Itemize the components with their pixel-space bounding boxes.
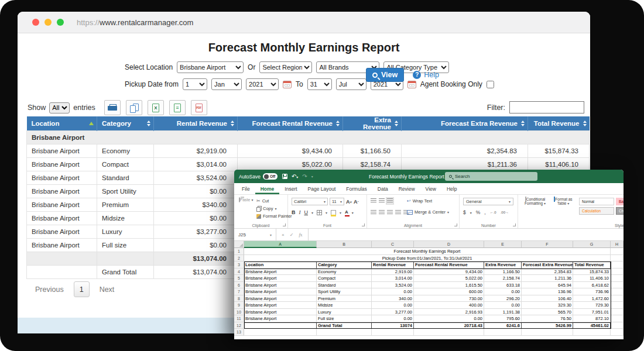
comma-format-icon[interactable]: ,	[484, 209, 485, 215]
sheet-cell[interactable]: 340.00	[372, 295, 414, 302]
sheet-cell[interactable]: Luxury	[317, 309, 372, 316]
align-top-icon[interactable]	[371, 198, 376, 204]
url-bar[interactable]: https://www.rentalcarmanager.com	[77, 18, 193, 27]
cell-style-bad[interactable]: Bad	[616, 198, 624, 205]
sheet-cell[interactable]: 1,472.60	[573, 295, 611, 302]
column-header-F[interactable]: F	[522, 241, 573, 248]
sheet-cell[interactable]: 6241.6	[484, 322, 522, 329]
column-header-B[interactable]: B	[317, 241, 372, 248]
excel-tab-view[interactable]: View	[420, 183, 441, 194]
sheet-cell[interactable]: Brisbane Airport	[244, 288, 317, 295]
increase-decimal-icon[interactable]: ←.0	[490, 211, 496, 214]
excel-tab-review[interactable]: Review	[393, 183, 420, 194]
row-number[interactable]: 4	[234, 269, 244, 276]
sheet-cell[interactable]: 9,434.00	[414, 269, 484, 276]
sheet-cell[interactable]	[611, 288, 624, 295]
cancel-icon[interactable]: ×	[282, 232, 285, 238]
sheet-cell[interactable]	[611, 329, 624, 336]
sheet-cell[interactable]	[244, 329, 317, 336]
enter-icon[interactable]: ✓	[290, 232, 294, 238]
next-button[interactable]: Next	[100, 285, 115, 294]
sheet-cell[interactable]: 20718.43	[414, 322, 484, 329]
decrease-indent-icon[interactable]	[395, 210, 401, 215]
sheet-cell[interactable]: 565.70	[522, 309, 573, 316]
column-header-category[interactable]: Category	[97, 116, 154, 131]
row-number[interactable]: 1	[234, 248, 244, 255]
sheet-cell[interactable]: Compact	[317, 275, 372, 282]
sheet-cell[interactable]	[573, 329, 611, 336]
sheet-cell[interactable]	[611, 309, 624, 316]
sheet-cell[interactable]: Economy	[317, 269, 372, 276]
row-number[interactable]: 5	[234, 275, 244, 282]
sheet-cell[interactable]: 1,211.36	[522, 275, 573, 282]
currency-format-icon[interactable]: $	[463, 209, 466, 215]
sheet-cell[interactable]: 13074	[372, 322, 414, 329]
font-size-select[interactable]: 11▾	[330, 198, 344, 205]
sheet-cell[interactable]: Brisbane Airport	[244, 275, 317, 282]
merge-center-button[interactable]: Merge & Center ▾	[407, 209, 449, 215]
sheet-cell[interactable]: Grand Total	[317, 322, 372, 329]
sheet-header-cell[interactable]: Extra Revenue	[484, 261, 522, 269]
row-number[interactable]: 7	[234, 288, 244, 295]
wrap-text-button[interactable]: ↩Wrap Text	[407, 198, 432, 204]
sheet-cell[interactable]: 296.20	[484, 295, 522, 302]
sheet-cell[interactable]: 2,919.00	[372, 269, 414, 276]
shrink-font-button[interactable]: Aˇ	[354, 199, 359, 205]
maximize-button[interactable]	[57, 19, 64, 26]
row-number[interactable]: 12	[234, 322, 244, 329]
page-1-button[interactable]: 1	[74, 281, 90, 297]
sheet-cell[interactable]: 0.00	[484, 302, 522, 309]
sheet-cell[interactable]	[484, 329, 522, 336]
excel-tab-formulas[interactable]: Formulas	[341, 183, 372, 194]
align-center-icon[interactable]	[379, 210, 385, 215]
sheet-cell[interactable]: 6,418.62	[573, 282, 611, 289]
sheet-subtitle-row-cell[interactable]: Pickup Date from:01/Jan/2021, To:31/Jul/…	[244, 255, 611, 262]
excel-search-box[interactable]: Search	[445, 172, 537, 181]
align-right-icon[interactable]	[387, 210, 393, 215]
sheet-cell[interactable]: 2,354.83	[522, 269, 573, 276]
sheet-cell[interactable]: Brisbane Airport	[244, 302, 317, 309]
excel-tab-help[interactable]: Help	[441, 183, 462, 194]
view-button[interactable]: View	[366, 68, 404, 82]
cut-button[interactable]: ✂Cut	[256, 198, 269, 204]
from-month-select[interactable]: Jan	[211, 78, 242, 90]
close-button[interactable]	[32, 19, 39, 26]
sheet-cell[interactable]: 0.00	[372, 288, 414, 295]
row-number[interactable]: 2	[234, 255, 244, 262]
name-box[interactable]: J25▾	[234, 229, 276, 240]
row-number[interactable]: 9	[234, 302, 244, 309]
location-select[interactable]: Brisbane Airport	[177, 61, 244, 73]
sheet-cell[interactable]	[611, 269, 624, 276]
excel-tab-insert[interactable]: Insert	[279, 183, 302, 194]
excel-tab-data[interactable]: Data	[372, 183, 393, 194]
sheet-cell[interactable]: Brisbane Airport	[244, 309, 317, 316]
sheet-cell[interactable]: 645.94	[522, 282, 573, 289]
bold-button[interactable]: B	[292, 209, 296, 215]
sheet-cell[interactable]	[317, 329, 372, 336]
underline-button[interactable]: U	[304, 209, 309, 215]
sheet-cell[interactable]: Brisbane Airport	[244, 295, 317, 302]
fill-color-icon[interactable]	[331, 210, 336, 215]
sheet-cell[interactable]: 0.00	[372, 315, 414, 322]
sheet-cell[interactable]: 7,951.01	[573, 309, 611, 316]
redo-icon[interactable]: ↷	[302, 173, 307, 180]
agent-booking-checkbox[interactable]	[487, 81, 494, 88]
sheet-cell[interactable]: 400.00	[414, 302, 484, 309]
borders-icon[interactable]	[317, 210, 322, 215]
font-name-select[interactable]: Calibri▾	[292, 198, 328, 205]
column-header-rental-revenue[interactable]: Rental Revenue	[154, 116, 238, 131]
column-header-location[interactable]: Location	[27, 116, 97, 131]
sheet-cell[interactable]: 76.50	[522, 315, 573, 322]
sheet-cell[interactable]: 329.30	[522, 302, 573, 309]
format-painter-button[interactable]: Format Painter	[256, 214, 292, 219]
conditional-formatting-button[interactable]: Conditional Formatting ▾	[522, 197, 549, 206]
font-color-icon[interactable]: A	[345, 210, 348, 215]
sheet-title-row-cell[interactable]: Forecast Monthly Earnings Report	[244, 248, 611, 255]
export-pdf-button[interactable]	[191, 100, 207, 115]
row-number[interactable]: 8	[234, 295, 244, 302]
sheet-cell[interactable]: Sport Utility	[317, 288, 372, 295]
align-left-icon[interactable]	[371, 210, 376, 215]
sheet-cell[interactable]: 1,615.50	[414, 282, 484, 289]
copy-button[interactable]: Copy ▾	[256, 206, 277, 211]
from-day-select[interactable]: 1	[183, 78, 207, 90]
